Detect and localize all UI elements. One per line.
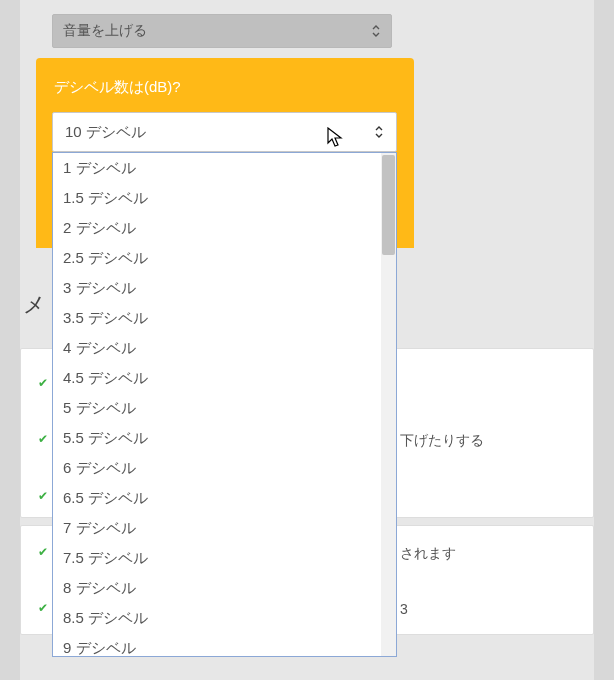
decibel-option[interactable]: 2 デシベル [53, 213, 381, 243]
decibel-option[interactable]: 5.5 デシベル [53, 423, 381, 453]
decibel-option[interactable]: 9 デシベル [53, 633, 381, 657]
action-select[interactable]: 音量を上げる [52, 14, 392, 48]
decibel-option-list: 1 デシベル1.5 デシベル2 デシベル2.5 デシベル3 デシベル3.5 デシ… [53, 153, 381, 657]
check-icon: ✔ [38, 432, 48, 446]
feature-text-fragment: 下げたりする [400, 432, 484, 450]
decibel-option[interactable]: 8.5 デシベル [53, 603, 381, 633]
decibel-option[interactable]: 7.5 デシベル [53, 543, 381, 573]
decibel-option[interactable]: 1.5 デシベル [53, 183, 381, 213]
decibel-combo-value: 10 デシベル [65, 123, 146, 142]
decibel-option[interactable]: 1 デシベル [53, 153, 381, 183]
scrollbar-thumb[interactable] [382, 155, 395, 255]
scrollbar-track[interactable] [381, 153, 396, 656]
check-icon: ✔ [38, 601, 48, 615]
decibel-option[interactable]: 5 デシベル [53, 393, 381, 423]
action-select-value: 音量を上げる [63, 22, 147, 40]
decibel-option[interactable]: 4 デシベル [53, 333, 381, 363]
feature-text-fragment: 3 [400, 601, 408, 617]
decibel-dropdown[interactable]: 1 デシベル1.5 デシベル2 デシベル2.5 デシベル3 デシベル3.5 デシ… [52, 152, 397, 657]
updown-caret-icon [374, 126, 384, 138]
decibel-question-label: デシベル数は(dB)? [54, 78, 396, 97]
decibel-option[interactable]: 2.5 デシベル [53, 243, 381, 273]
section-heading: メ [23, 290, 46, 320]
decibel-combo[interactable]: 10 デシベル [52, 112, 397, 152]
feature-text-fragment: されます [400, 545, 456, 563]
decibel-option[interactable]: 3 デシベル [53, 273, 381, 303]
decibel-option[interactable]: 6.5 デシベル [53, 483, 381, 513]
decibel-option[interactable]: 3.5 デシベル [53, 303, 381, 333]
check-icon: ✔ [38, 545, 48, 559]
decibel-option[interactable]: 8 デシベル [53, 573, 381, 603]
updown-caret-icon [371, 25, 381, 37]
decibel-option[interactable]: 7 デシベル [53, 513, 381, 543]
check-icon: ✔ [38, 376, 48, 390]
decibel-option[interactable]: 4.5 デシベル [53, 363, 381, 393]
decibel-option[interactable]: 6 デシベル [53, 453, 381, 483]
check-icon: ✔ [38, 489, 48, 503]
